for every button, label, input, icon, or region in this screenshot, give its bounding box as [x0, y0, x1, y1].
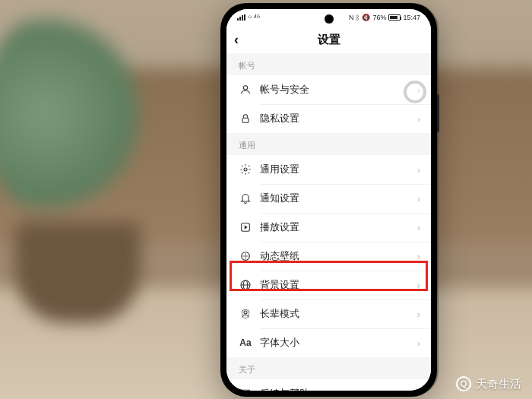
gear-icon [237, 163, 254, 176]
row-general-settings[interactable]: 通用设置 › [226, 155, 431, 184]
chevron-right-icon: › [417, 164, 420, 176]
chevron-right-icon: › [417, 337, 420, 349]
bell-icon [237, 192, 254, 204]
row-label: 通知设置 [260, 192, 417, 205]
row-elder-mode[interactable]: 长辈模式 › [226, 299, 431, 328]
wifi-icon: ⌔ [248, 14, 252, 21]
row-label: 通用设置 [260, 163, 417, 176]
phone-frame: ⌔ ⁴ᴳ N ᛒ 🔇 76% 15:47 ‹ 设置 帐号 帐号与安全 › [220, 3, 437, 397]
section-header-account: 帐号 [226, 53, 431, 75]
row-playback-settings[interactable]: 播放设置 › [226, 213, 431, 242]
section-header-general: 通用 [226, 133, 431, 155]
signal-icon [237, 14, 245, 21]
section-header-about: 关于 [226, 357, 431, 379]
chat-icon [237, 388, 254, 391]
row-label: 长辈模式 [260, 307, 417, 321]
sparkle-icon [237, 250, 254, 262]
chevron-right-icon: › [417, 113, 420, 125]
row-label: 播放设置 [260, 220, 417, 234]
lock-icon [237, 112, 254, 125]
font-icon: Aa [237, 337, 254, 348]
settings-list[interactable]: 帐号 帐号与安全 › 隐私设置 › 通用 通用设置 › 通知设置 › [226, 53, 431, 391]
shield-person-icon [237, 308, 254, 320]
chevron-right-icon: › [417, 193, 420, 204]
battery-percent: 76% [372, 14, 386, 21]
battery-icon [388, 14, 401, 21]
back-button[interactable]: ‹ [234, 32, 239, 48]
watermark-text: 天奇生活 [476, 377, 521, 391]
page-title: 设置 [318, 33, 340, 47]
svg-rect-1 [242, 118, 249, 122]
row-background-settings[interactable]: 背景设置 › [226, 271, 431, 299]
globe-icon [237, 279, 254, 291]
play-icon [237, 221, 254, 233]
clock: 15:47 [403, 14, 420, 21]
row-privacy[interactable]: 隐私设置 › [226, 104, 431, 133]
title-bar: ‹ 设置 [226, 26, 431, 53]
svg-point-2 [244, 168, 247, 171]
watermark: Q 天奇生活 [456, 376, 521, 391]
row-feedback-help[interactable]: 反馈与帮助 › [226, 379, 431, 391]
row-live-wallpaper[interactable]: 动态壁纸 › [226, 242, 431, 271]
row-notification-settings[interactable]: 通知设置 › [226, 184, 431, 213]
chevron-right-icon: › [417, 222, 420, 233]
nfc-icon: N [349, 14, 354, 21]
chevron-right-icon: › [417, 309, 420, 320]
row-label: 隐私设置 [260, 112, 417, 125]
bluetooth-icon: ᛒ [356, 14, 359, 21]
svg-point-0 [243, 86, 247, 90]
watermark-logo-icon: Q [456, 376, 471, 391]
chevron-right-icon: › [417, 280, 420, 291]
phone-screen: ⌔ ⁴ᴳ N ᛒ 🔇 76% 15:47 ‹ 设置 帐号 帐号与安全 › [226, 9, 431, 391]
carrier-label: ⁴ᴳ [254, 14, 260, 21]
row-account-security[interactable]: 帐号与安全 › [226, 75, 431, 104]
mute-icon: 🔇 [362, 14, 370, 21]
assistive-touch[interactable] [404, 81, 426, 103]
row-font-size[interactable]: Aa 字体大小 › [226, 328, 431, 357]
row-label: 反馈与帮助 [260, 387, 417, 391]
row-label: 字体大小 [260, 336, 417, 350]
row-label: 背景设置 [260, 278, 417, 292]
chevron-right-icon: › [417, 251, 420, 262]
front-camera [325, 14, 334, 24]
chevron-right-icon: › [417, 388, 420, 391]
row-label: 帐号与安全 [260, 83, 417, 97]
row-label: 动态壁纸 [260, 249, 417, 263]
person-icon [237, 84, 254, 96]
svg-point-7 [244, 311, 247, 314]
